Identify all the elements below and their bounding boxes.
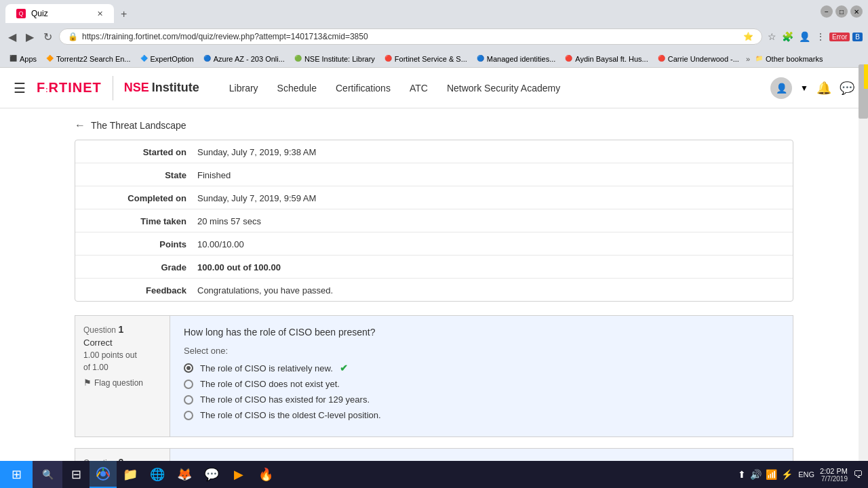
active-tab[interactable]: Q Quiz ✕ (5, 4, 114, 23)
extensions-icon[interactable]: 🧩 (781, 30, 795, 43)
managed-icon: 🔵 (477, 55, 485, 63)
bookmark-expertoption[interactable]: 🔷 ExpertOption (136, 54, 198, 64)
forward-button[interactable]: ▶ (23, 29, 37, 45)
nav-library[interactable]: Library (221, 77, 267, 99)
question-1-text: How long has the role of CISO been prese… (184, 327, 779, 338)
fortinet-logo: F:RTINET (37, 80, 102, 96)
points-value: 10.00/10.00 (197, 238, 793, 249)
nse-badge: NSE Institute (124, 81, 199, 95)
grade-score: 100.00 (197, 262, 224, 272)
summary-row-time: Time taken 20 mins 57 secs (75, 209, 793, 232)
address-bar[interactable]: 🔒 https://training.fortinet.com/mod/quiz… (59, 28, 762, 45)
question-1-number-label: Question 1 (83, 324, 161, 335)
nav-schedule[interactable]: Schedule (269, 77, 325, 99)
radio-1-4 (184, 411, 193, 420)
minimize-button[interactable]: − (821, 5, 833, 18)
answer-1-2: The role of CISO does not exist yet. (184, 379, 779, 389)
user-avatar[interactable]: 👤 (770, 77, 792, 99)
taskbar-app5[interactable]: 🔥 (252, 461, 279, 484)
feedback-value: Congratulations, you have passed. (197, 284, 793, 296)
tab-bar: Q Quiz ✕ + (5, 0, 134, 23)
question-1-select-label: Select one: (184, 346, 779, 356)
error-badge[interactable]: Error (829, 33, 850, 41)
bookmarks-more[interactable]: » (746, 55, 750, 63)
bookmark-fortinet-label: Fortinet Service & S... (395, 55, 467, 63)
quiz-summary: Started on Sunday, July 7, 2019, 9:38 AM… (75, 140, 793, 302)
bookmark-torrentz-label: Torrentz2 Search En... (56, 55, 130, 63)
hamburger-menu[interactable]: ☰ (14, 80, 26, 96)
taskbar-search[interactable]: 🔍 (33, 461, 62, 484)
reload-button[interactable]: ↻ (41, 29, 55, 45)
breadcrumb[interactable]: ← The Threat Landscape (75, 108, 793, 140)
bookmark-aydin[interactable]: 🔴 Aydin Baysal ft. Hus... (561, 54, 652, 64)
taskbar-ie[interactable]: 🌐 (144, 461, 171, 484)
chat-icon[interactable]: 💬 (840, 81, 854, 96)
back-button[interactable]: ◀ (5, 29, 19, 45)
tab-close-button[interactable]: ✕ (97, 9, 103, 18)
bookmark-icon[interactable]: ☆ (766, 30, 778, 43)
main-scroll-area[interactable]: ← The Threat Landscape Started on Sunday… (0, 108, 868, 484)
taskbar-clock[interactable]: 2:02 PM 7/7/2019 (820, 467, 848, 483)
bookmark-azure[interactable]: 🔵 Azure AZ - 203 Onli... (199, 54, 289, 64)
nav-certifications[interactable]: Certifications (328, 77, 399, 99)
scrollbar[interactable] (859, 68, 868, 484)
nav-nsa[interactable]: Network Security Academy (439, 77, 568, 99)
breadcrumb-link[interactable]: The Threat Landscape (91, 120, 186, 131)
answer-1-4: The role of CISO is the oldest C-level p… (184, 410, 779, 420)
bookmark-other[interactable]: 📁 Other bookmarks (751, 54, 827, 64)
summary-row-state: State Finished (75, 163, 793, 186)
correct-check-icon: ✔ (340, 363, 348, 373)
other-icon: 📁 (755, 55, 764, 63)
site-navigation: ☰ F:RTINET NSE Institute Library Schedul… (0, 68, 868, 108)
extension-badge[interactable]: B (852, 33, 863, 41)
start-button[interactable]: ⊞ (0, 461, 33, 484)
fortinet-icon: 🔴 (384, 55, 393, 63)
taskbar-lang[interactable]: ENG (798, 470, 814, 479)
bookmark-carrie[interactable]: 🔴 Carrie Underwood -... (654, 54, 743, 64)
avatar-dropdown[interactable]: ▼ (800, 83, 808, 93)
torrentz-icon: 🔶 (46, 55, 54, 63)
maximize-button[interactable]: □ (835, 5, 848, 18)
fortinet-logo-text: F:RTINET (37, 80, 102, 95)
answer-1-3-text: The role of CISO has existed for 129 yea… (200, 394, 370, 405)
bookmark-nse[interactable]: 🟢 NSE Institute: Library (290, 54, 379, 64)
tray-icon-4[interactable]: ⚡ (781, 469, 793, 480)
summary-row-points: Points 10.00/10.00 (75, 232, 793, 256)
question-1-nav: Question 1 Correct 1.00 points out of 1.… (75, 315, 170, 437)
question-1-flag[interactable]: ⚑ Flag question (83, 378, 161, 388)
taskbar-skype[interactable]: 💬 (198, 461, 225, 484)
answer-1-3: The role of CISO has existed for 129 yea… (184, 394, 779, 405)
tab-title: Quiz (31, 9, 48, 18)
clock-time: 2:02 PM (820, 467, 848, 475)
carrie-icon: 🔴 (658, 55, 666, 63)
bookmark-fortinet[interactable]: 🔴 Fortinet Service & S... (380, 54, 471, 64)
nav-atc[interactable]: ATC (401, 77, 436, 99)
bookmark-torrentz[interactable]: 🔶 Torrentz2 Search En... (42, 54, 134, 64)
tray-icon-3[interactable]: 📶 (766, 469, 777, 480)
nav-links: Library Schedule Certifications ATC Netw… (221, 77, 568, 99)
tray-icon-2[interactable]: 🔊 (750, 469, 762, 480)
tray-icon-1[interactable]: ⬆ (738, 469, 746, 480)
summary-row-feedback: Feedback Congratulations, you have passe… (75, 279, 793, 301)
state-label: State (75, 169, 197, 180)
svg-point-1 (100, 471, 106, 476)
radio-1-1 (184, 363, 193, 373)
close-button[interactable]: ✕ (850, 5, 863, 18)
taskbar-chrome[interactable] (90, 461, 117, 484)
taskbar-view[interactable]: ⊟ (62, 461, 90, 484)
taskbar-app4[interactable]: ▶ (225, 461, 252, 484)
radio-1-2 (184, 380, 193, 389)
institute-text: Institute (152, 81, 199, 95)
bookmark-managed[interactable]: 🔵 Managed identities... (473, 54, 560, 64)
answer-1-2-text: The role of CISO does not exist yet. (200, 379, 340, 389)
bookmark-apps-label: Apps (20, 55, 37, 63)
profile-icon[interactable]: 👤 (797, 30, 812, 43)
new-tab-button[interactable]: + (114, 5, 134, 23)
notification-center-icon[interactable]: 🗨 (853, 469, 863, 480)
grade-out-of: out of 100.00 (226, 262, 280, 272)
taskbar-file-explorer[interactable]: 📁 (117, 461, 144, 484)
menu-icon[interactable]: ⋮ (814, 30, 827, 43)
notification-bell[interactable]: 🔔 (816, 81, 831, 96)
taskbar-firefox[interactable]: 🦊 (171, 461, 198, 484)
bookmark-apps[interactable]: ⬛ Apps (5, 54, 41, 64)
